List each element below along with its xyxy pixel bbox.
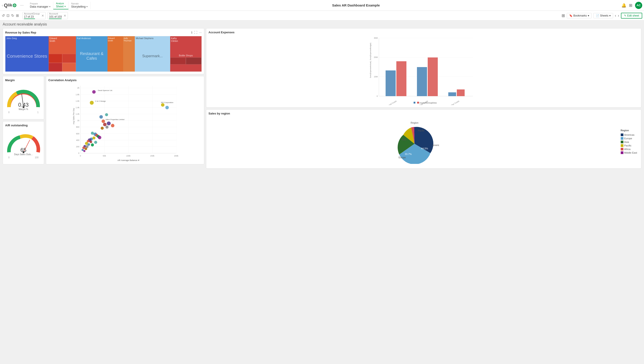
nav-prepare[interactable]: Prepare Data manager ▾ — [27, 2, 53, 9]
user-avatar[interactable]: AC — [635, 2, 642, 9]
account-value: 101 of 103 — [49, 15, 62, 18]
edit-icon: ✎ — [624, 14, 626, 17]
margin-card-header: Margin — [5, 78, 42, 82]
account-group-value: 17 of 23 — [24, 15, 40, 18]
nav-next-icon[interactable]: › — [618, 14, 619, 18]
svg-text:44.5%: 44.5% — [421, 147, 428, 150]
account-group-close-icon[interactable]: ✕ — [42, 14, 44, 18]
treemap-block-michael-stephens[interactable]: Michael Stephens Supermark... — [135, 36, 170, 72]
snapshot-icon[interactable]: ⊞ — [16, 14, 19, 18]
treemap-block-judy-thurman[interactable]: JudyThurman — [123, 36, 135, 72]
svg-point-40 — [92, 90, 96, 94]
apps-grid-icon[interactable]: ⊞ — [629, 3, 632, 8]
account-close-icon[interactable]: ✕ — [64, 14, 66, 18]
svg-point-61 — [92, 136, 96, 140]
analyze-dropdown-icon: ▾ — [65, 5, 66, 8]
svg-point-73 — [85, 148, 87, 150]
narrate-dropdown-icon: ▾ — [86, 5, 88, 8]
expenses-card-header: Account Expenses — [208, 31, 639, 34]
margin-min: 0 — [8, 111, 10, 114]
right-column: Account Expenses Sum(ExpenseActual), Sum… — [206, 28, 641, 168]
svg-text:Avg Sales Per Day: Avg Sales Per Day — [73, 108, 75, 124]
svg-point-2 — [14, 5, 15, 6]
ar-card-title: A/R outstanding — [5, 124, 42, 127]
sheets-button[interactable]: 📄 Sheets ▾ — [593, 13, 613, 18]
svg-point-60 — [98, 136, 101, 139]
treemap-block-edward-smith-2[interactable]: EdwardSmith — [107, 36, 123, 72]
svg-text:200: 200 — [76, 146, 80, 148]
redo-icon[interactable]: ↻ — [11, 14, 14, 18]
filter-bar: ↺ ⊡ ↻ ⊞ AccountGroup 17 of 23 ✕ Account … — [0, 11, 644, 20]
nav-analyze-label: Sheet — [56, 5, 64, 8]
legend-pacific: Pacific — [621, 144, 637, 147]
nav-back-button[interactable]: ‹ — [2, 3, 3, 8]
bookmarks-button[interactable]: 🔖 Bookmarks ▾ — [567, 13, 592, 18]
page-title: Account receivable analysis — [3, 22, 641, 26]
sheets-icon: 📄 — [596, 14, 599, 17]
margin-label: Margin % — [18, 108, 29, 110]
legend-africa: Africa — [621, 148, 637, 150]
svg-rect-88 — [396, 61, 406, 96]
account-filter[interactable]: Account 101 of 103 ✕ — [48, 12, 68, 19]
fullscreen-icon[interactable]: ⛶ — [194, 31, 197, 34]
legend-asia: Asia — [621, 141, 637, 143]
top-nav: ‹ Q lik ··· Prepare Data manager ▾ Analy… — [0, 0, 644, 11]
correlation-chart: Avg Sales Per Day — [48, 84, 202, 162]
treemap-block-kathy-clinton[interactable]: KathyClinton Bottle Shops — [170, 36, 201, 72]
region-chart-label: Region — [411, 122, 418, 124]
svg-point-42 — [90, 101, 94, 105]
legend-europe: Europe — [621, 137, 637, 140]
treemap-block-john-greg[interactable]: John Greg Convenience Stores — [5, 36, 49, 72]
undo-icon[interactable]: ↺ — [2, 14, 5, 18]
svg-point-48 — [105, 113, 108, 116]
account-group-filter[interactable]: AccountGroup 17 of 23 ✕ — [22, 12, 46, 19]
svg-text:0: 0 — [377, 95, 378, 97]
svg-text:Other Costs: Other Costs — [449, 100, 460, 105]
svg-rect-97 — [417, 102, 419, 104]
svg-point-65 — [90, 141, 92, 143]
notifications-icon[interactable]: 🔔 — [621, 3, 626, 8]
revenue-by-sales-rep-card: Revenue by Sales Rep ℹ ⛶ ··· John Greg C… — [3, 28, 204, 74]
svg-text:Europe: Europe — [398, 156, 406, 159]
svg-text:AR Average Balance ▾: AR Average Balance ▾ — [117, 159, 139, 162]
svg-rect-90 — [428, 58, 438, 96]
more-icon[interactable]: ··· — [199, 31, 202, 34]
svg-text:C & C Design: C & C Design — [95, 100, 106, 102]
nav-narrate[interactable]: Narrate Storytelling ▾ — [69, 2, 90, 9]
svg-text:David Spencer Ltd.: David Spencer Ltd. — [98, 90, 113, 92]
correlation-card: Correlation Analysis Avg Sales Per Day — [46, 76, 204, 164]
svg-text:0: 0 — [80, 155, 81, 157]
expand-icon[interactable]: ⊡ — [7, 14, 10, 18]
margin-card-title: Margin — [5, 78, 42, 82]
nav-prepare-label: Data manager — [30, 5, 48, 8]
svg-point-44 — [161, 103, 165, 107]
region-chart-area: Region — [208, 117, 639, 166]
svg-text:30M: 30M — [374, 37, 378, 39]
left-gauges: Margin — [3, 76, 44, 164]
svg-text:600: 600 — [76, 132, 80, 135]
more-options-icon[interactable]: ··· — [20, 3, 24, 8]
nav-narrate-label: Storytelling — [71, 5, 86, 8]
svg-point-66 — [94, 141, 97, 144]
svg-text:33.7%: 33.7% — [405, 153, 412, 156]
nav-prev-icon[interactable]: ‹ — [615, 14, 616, 18]
svg-text:1.2k: 1.2k — [76, 113, 80, 115]
svg-text:150k: 150k — [150, 155, 155, 157]
bookmark-icon: 🔖 — [569, 14, 573, 17]
info-icon[interactable]: ℹ — [191, 31, 192, 34]
treemap-block-karl-anderson[interactable]: Karl Anderson Restaurant & Cafes — [76, 36, 107, 72]
edit-sheet-button[interactable]: ✎ Edit sheet — [621, 13, 642, 18]
nav-analyze[interactable]: Analyze Sheet ▾ — [53, 1, 69, 10]
svg-rect-96 — [413, 102, 415, 104]
bookmarks-dropdown-icon: ▾ — [588, 14, 589, 17]
treemap-block-edward-smith[interactable]: EdwardSmith — [49, 36, 76, 72]
revenue-card-title: Revenue by Sales Rep — [5, 31, 191, 34]
grid-view-icon[interactable]: ⊞ — [562, 13, 565, 18]
bottom-left-section: Margin — [3, 76, 204, 164]
bar-chart-svg: Sum(ExpenseActual), Sum(ExpenseBudget) 0… — [208, 36, 639, 105]
qlik-logo-icon — [13, 3, 17, 8]
sales-by-region-card: Sales by region Region — [206, 109, 641, 168]
svg-point-45 — [165, 106, 169, 109]
svg-text:Sifton Properties Limited: Sifton Properties Limited — [105, 118, 124, 120]
app-title: Sales AR Dashboard Example — [90, 3, 621, 7]
